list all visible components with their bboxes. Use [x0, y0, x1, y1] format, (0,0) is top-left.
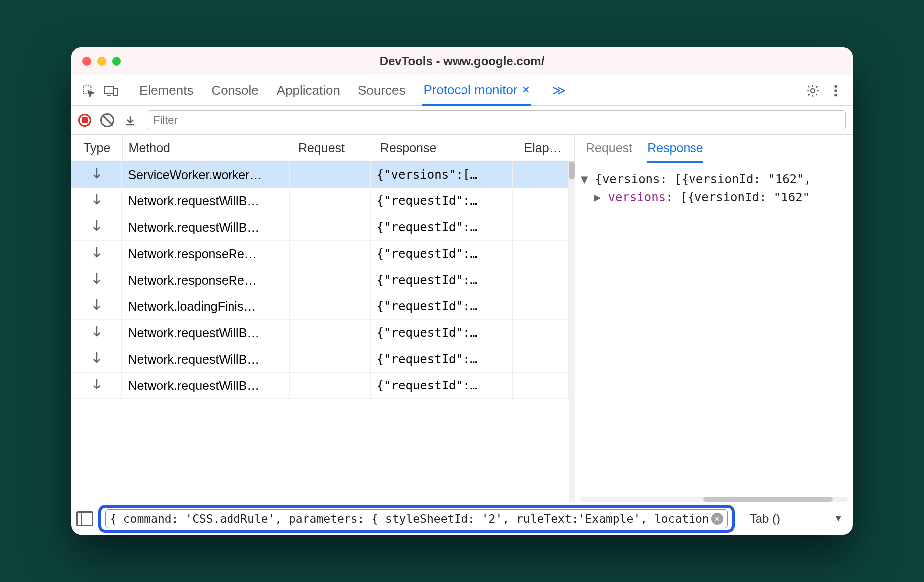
request-cell: [289, 373, 370, 399]
panel-tabs: Elements Console Application Sources Pro…: [138, 75, 566, 106]
drawer-bar: { command: 'CSS.addRule', parameters: { …: [71, 502, 853, 535]
chevron-down-icon[interactable]: ▼: [834, 513, 848, 524]
json-line-1[interactable]: ▼ {versions: [{versionId: "162",: [581, 170, 847, 189]
tab-sources[interactable]: Sources: [357, 76, 406, 105]
direction-arrow-icon: [71, 320, 122, 346]
divider: [124, 82, 124, 99]
response-cell: {"requestId":…: [370, 293, 512, 320]
method-cell: Network.requestWillB…: [122, 188, 289, 214]
kebab-menu-icon[interactable]: [826, 81, 846, 100]
command-input[interactable]: { command: 'CSS.addRule', parameters: { …: [105, 509, 728, 528]
col-type[interactable]: Type: [71, 135, 122, 162]
response-cell: {"requestId":…: [370, 320, 512, 346]
elapsed-cell: [512, 214, 568, 241]
details-panel: Request Response ▼ {versions: [{versionI…: [575, 135, 853, 502]
table-row[interactable]: Network.requestWillB…{"requestId":…: [71, 320, 569, 346]
devtools-window: DevTools - www.google.com/ Elements Cons…: [71, 47, 853, 535]
settings-gear-icon[interactable]: [803, 81, 823, 100]
method-cell: Network.requestWillB…: [122, 214, 289, 241]
table-row[interactable]: Network.requestWillB…{"requestId":…: [71, 346, 569, 373]
col-request[interactable]: Request: [292, 135, 374, 162]
tab-application[interactable]: Application: [276, 76, 341, 105]
direction-arrow-icon: [71, 241, 122, 267]
tab-protocol-monitor[interactable]: Protocol monitor ✕: [422, 75, 531, 106]
main-content: Type Method Request Response Elap…▲ Serv…: [71, 135, 853, 502]
download-icon[interactable]: [123, 110, 138, 130]
close-tab-icon[interactable]: ✕: [522, 84, 530, 96]
tab-protocol-monitor-label: Protocol monitor: [423, 82, 517, 97]
method-cell: Network.loadingFinis…: [122, 293, 289, 320]
response-cell: {"requestId":…: [370, 267, 512, 293]
svg-point-6: [834, 93, 837, 96]
svg-point-5: [834, 89, 837, 92]
table-row[interactable]: Network.requestWillB…{"requestId":…: [71, 188, 569, 214]
caret-right-icon[interactable]: ▶: [594, 189, 601, 207]
direction-arrow-icon: [71, 162, 122, 188]
elapsed-cell: [512, 373, 568, 399]
record-button[interactable]: [78, 114, 91, 127]
request-cell: [289, 293, 370, 320]
response-cell: {"versions":[…: [370, 162, 512, 188]
table-row[interactable]: ServiceWorker.worker…{"versions":[…: [71, 162, 569, 188]
subtab-request[interactable]: Request: [586, 141, 632, 163]
response-cell: {"requestId":…: [370, 373, 512, 399]
request-cell: [289, 214, 370, 241]
tab-console[interactable]: Console: [210, 76, 259, 105]
response-cell: {"requestId":…: [370, 241, 512, 267]
horizontal-scrollbar[interactable]: [580, 497, 848, 502]
tab-elements[interactable]: Elements: [138, 76, 194, 105]
response-cell: {"requestId":…: [370, 346, 512, 373]
caret-down-icon[interactable]: ▼: [581, 170, 588, 189]
titlebar: DevTools - www.google.com/: [71, 47, 853, 75]
filter-input[interactable]: [147, 110, 846, 130]
elapsed-cell: [512, 346, 568, 373]
elapsed-cell: [512, 162, 568, 188]
direction-arrow-icon: [71, 373, 122, 399]
method-cell: Network.responseRe…: [122, 241, 289, 267]
clear-button[interactable]: [100, 113, 114, 127]
drawer-toggle-icon[interactable]: [76, 511, 93, 526]
request-cell: [289, 241, 370, 267]
method-cell: ServiceWorker.worker…: [122, 162, 289, 188]
more-tabs-icon[interactable]: ≫: [552, 83, 566, 98]
window-title: DevTools - www.google.com/: [71, 54, 853, 68]
table-row[interactable]: Network.requestWillB…{"requestId":…: [71, 214, 569, 241]
table-row[interactable]: Network.loadingFinis…{"requestId":…: [71, 293, 569, 320]
drawer-tab-label[interactable]: Tab (): [740, 512, 829, 526]
table-row[interactable]: Network.responseRe…{"requestId":…: [71, 241, 569, 267]
direction-arrow-icon: [71, 267, 122, 293]
panel-tabbar: Elements Console Application Sources Pro…: [71, 75, 853, 106]
response-cell: {"requestId":…: [370, 214, 512, 241]
direction-arrow-icon: [71, 188, 122, 214]
elapsed-cell: [512, 320, 568, 346]
table-row[interactable]: Network.requestWillB…{"requestId":…: [71, 373, 569, 399]
elapsed-cell: [512, 188, 568, 214]
direction-arrow-icon: [71, 214, 122, 241]
device-toolbar-icon[interactable]: [101, 81, 121, 100]
subtab-response[interactable]: Response: [647, 141, 703, 163]
col-method[interactable]: Method: [122, 135, 292, 162]
json-preview: ▼ {versions: [{versionId: "162", ▶ versi…: [575, 163, 853, 214]
clear-input-icon[interactable]: ✕: [711, 513, 723, 525]
command-input-value: { command: 'CSS.addRule', parameters: { …: [110, 512, 709, 525]
request-cell: [289, 162, 370, 188]
inspect-element-icon[interactable]: [78, 81, 98, 100]
vertical-scrollbar[interactable]: [569, 162, 575, 502]
details-tabs: Request Response: [575, 135, 853, 163]
request-cell: [289, 188, 370, 214]
elapsed-cell: [512, 293, 568, 320]
svg-point-3: [811, 88, 815, 92]
command-input-highlight: { command: 'CSS.addRule', parameters: { …: [98, 505, 735, 533]
col-elapsed[interactable]: Elap…▲: [518, 135, 574, 162]
request-cell: [289, 320, 370, 346]
svg-point-4: [834, 85, 837, 87]
elapsed-cell: [512, 241, 568, 267]
messages-table-panel: Type Method Request Response Elap…▲ Serv…: [71, 135, 575, 502]
direction-arrow-icon: [71, 293, 122, 320]
messages-table: Type Method Request Response Elap…▲: [71, 135, 575, 162]
request-cell: [289, 346, 370, 373]
table-row[interactable]: Network.responseRe…{"requestId":…: [71, 267, 569, 293]
method-cell: Network.requestWillB…: [122, 373, 289, 399]
json-line-2[interactable]: ▶ versions: [{versionId: "162": [581, 189, 847, 207]
col-response[interactable]: Response: [374, 135, 518, 162]
